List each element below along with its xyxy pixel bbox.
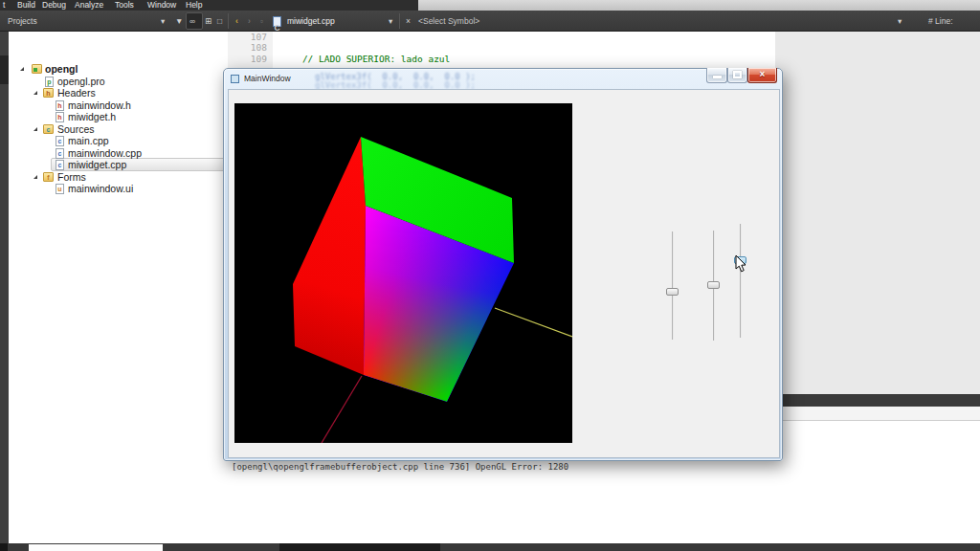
pin-icon[interactable]: ▫ xyxy=(260,11,263,32)
menu-item-window[interactable]: Window xyxy=(147,0,176,11)
source-file-icon: c xyxy=(56,136,64,146)
expand-arrow-icon[interactable] xyxy=(33,91,37,95)
select-symbol-combobox[interactable]: <Select Symbol> xyxy=(418,11,479,32)
console-output-line: [opengl\qopenglframebufferobject.cpp lin… xyxy=(232,462,568,472)
tree-item-mainwindow-ui[interactable]: u mainwindow.ui xyxy=(9,183,235,195)
tree-item-main-cpp[interactable]: c main.cpp xyxy=(9,135,235,147)
tree-item-miwidget-cpp-selected[interactable]: c miwidget.cpp xyxy=(9,159,235,171)
mode-selector-strip[interactable] xyxy=(0,32,9,543)
tree-item-opengl-pro[interactable]: p opengl.pro xyxy=(9,76,235,88)
window-icon xyxy=(231,75,239,83)
tree-item-label: opengl xyxy=(45,63,78,76)
glass-blur-text: glVertex3f( 0.0, 0.0, 0.0 ); xyxy=(315,80,476,89)
menu-item-debug[interactable]: Debug xyxy=(42,0,66,11)
line-numbers: 107 108 109 xyxy=(228,32,267,64)
tree-item-label: mainwindow.h xyxy=(68,99,131,112)
cpp-file-icon: C xyxy=(273,16,281,27)
forward-icon[interactable]: › xyxy=(248,11,251,32)
filter-icon[interactable]: ▼ xyxy=(175,11,183,32)
editor-empty-region xyxy=(775,32,980,394)
slider-1-track[interactable] xyxy=(672,231,674,340)
minimize-button[interactable] xyxy=(706,68,727,83)
close-document-icon[interactable]: × xyxy=(406,11,411,32)
tree-item-miwidget-h[interactable]: h miwidget.h xyxy=(9,111,235,123)
back-icon[interactable]: ‹ xyxy=(235,11,238,32)
menu-item-build[interactable]: Build xyxy=(17,0,35,11)
close-pane-icon[interactable]: □ xyxy=(217,11,222,32)
tree-item-label: miwidget.h xyxy=(68,111,116,123)
close-button[interactable]: × xyxy=(747,68,777,83)
project-folder-icon xyxy=(32,64,42,74)
link-icon[interactable]: ∞ xyxy=(189,11,195,32)
taskbar-fragment xyxy=(0,543,8,551)
navigation-toolbar: Projects ▾ ▼ ∞ ⊞ □ ‹ › ▫ C miwidget.cpp … xyxy=(0,11,980,32)
header-file-icon: h xyxy=(56,112,64,122)
tree-item-project-opengl[interactable]: opengl xyxy=(9,63,235,76)
menu-item-fragment[interactable]: t xyxy=(3,0,5,11)
menu-bar: t Build Debug Analyze Tools Window Help xyxy=(0,0,418,11)
qt-badge-icon xyxy=(33,68,37,72)
tree-item-label: Headers xyxy=(57,87,96,99)
chevron-down-icon[interactable]: ▾ xyxy=(161,11,165,32)
mode-selected-block[interactable] xyxy=(0,55,9,84)
tree-item-headers[interactable]: h Headers xyxy=(9,87,235,99)
line-indicator: # Line: xyxy=(928,11,953,32)
dialog-title: MainWindow xyxy=(244,69,291,89)
rgb-cube-rendering xyxy=(234,103,572,443)
slider-3-track[interactable] xyxy=(740,224,742,338)
taskbar-fragment xyxy=(279,543,440,551)
forms-folder-icon: f xyxy=(43,172,54,182)
tree-item-label: mainwindow.ui xyxy=(68,183,133,195)
dialog-titlebar[interactable]: glVertex3f( 0.0, 0.0, 0.0 ); glVertex3f(… xyxy=(224,69,782,89)
menu-item-help[interactable]: Help xyxy=(186,0,202,11)
expand-arrow-icon[interactable] xyxy=(33,175,37,179)
split-icon[interactable]: ⊞ xyxy=(205,11,212,32)
headers-folder-icon: h xyxy=(43,88,54,98)
pro-file-icon: p xyxy=(45,77,54,87)
maximize-button[interactable] xyxy=(727,68,747,83)
tree-item-label: mainwindow.cpp xyxy=(68,147,142,160)
sources-folder-icon: c xyxy=(43,124,54,134)
code-line-comment: // LADO SUPERIOR: lado azul xyxy=(280,54,466,64)
tree-item-label: main.cpp xyxy=(68,135,109,147)
source-file-icon: c xyxy=(56,148,64,159)
source-file-icon: c xyxy=(56,160,64,170)
tree-item-label: miwidget.cpp xyxy=(68,159,126,171)
open-document-tab[interactable]: miwidget.cpp xyxy=(287,11,335,32)
tree-item-sources[interactable]: c Sources xyxy=(9,123,235,136)
chevron-down-icon[interactable]: ▾ xyxy=(898,11,902,32)
opengl-viewport[interactable] xyxy=(234,103,572,443)
projects-panel[interactable]: opengl p opengl.pro h Headers h mainwind… xyxy=(9,32,227,543)
slider-2-handle[interactable] xyxy=(707,281,720,289)
projects-combobox[interactable]: Projects xyxy=(8,11,37,32)
tree-item-label: opengl.pro xyxy=(57,76,105,88)
expand-arrow-icon[interactable] xyxy=(33,127,37,131)
mouse-cursor-icon xyxy=(735,254,747,277)
toolbar-separator xyxy=(228,13,229,29)
expand-arrow-icon[interactable] xyxy=(20,67,24,71)
slider-1-handle[interactable] xyxy=(666,288,679,296)
tree-item-label: Forms xyxy=(57,171,86,184)
screen: { "menu": { "items": ["t", "Build", "Deb… xyxy=(0,0,980,551)
tree-item-label: Sources xyxy=(57,123,95,136)
chevron-down-icon[interactable]: ▾ xyxy=(389,11,392,32)
taskbar-fragment xyxy=(29,544,163,551)
desktop-strip xyxy=(418,0,980,11)
tree-item-mainwindow-h[interactable]: h mainwindow.h xyxy=(9,99,235,112)
header-file-icon: h xyxy=(56,100,64,111)
tree-item-mainwindow-cpp[interactable]: c mainwindow.cpp xyxy=(9,147,235,160)
ui-file-icon: u xyxy=(56,184,64,194)
menu-item-tools[interactable]: Tools xyxy=(115,0,134,11)
tree-item-forms[interactable]: f Forms xyxy=(9,171,235,184)
menu-item-analyze[interactable]: Analyze xyxy=(75,0,103,11)
toolbar-separator xyxy=(399,13,400,29)
